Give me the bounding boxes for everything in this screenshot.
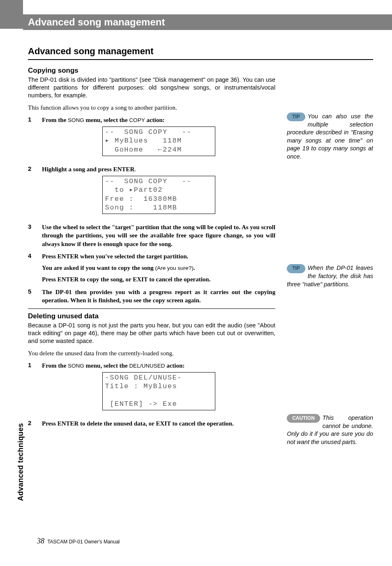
step-text: The DP-01 then provides you with a progr… [42,288,275,305]
h3-deleting: Deleting unused data [28,312,275,320]
lcd-screen-copy-2: -- SONG COPY -- to ▸Part02 Free : 16380M… [102,176,215,214]
h3-copying: Copying songs [28,67,275,75]
copy-step-4: 4 Press ENTER when you've selected the t… [28,252,275,284]
step-number: 2 [28,419,42,428]
lcd-screen-del: -SONG DEL/UNUSE- Title : MyBlues [ENTER]… [102,372,215,410]
step-number: 1 [28,361,42,415]
page-footer: 38 TASCAM DP-01 Owner's Manual [37,537,120,545]
del-lead: You delete the unused data from the curr… [28,349,275,357]
side-column: TIP You can also use the multiple select… [287,67,373,456]
step-text: From the SONG menu, select the COPY acti… [42,116,275,161]
del-step-1: 1 From the SONG menu, select the DEL/UNU… [28,361,275,415]
lcd-screen-copy-1: -- SONG COPY -- ▸ MyBlues 118M GoHome ←2… [102,127,215,156]
del-step-2: 2 Press ENTER to delete the unused data,… [28,419,275,428]
step-text: Press ENTER when you've selected the tar… [42,252,275,284]
tip-note-2: TIP When the DP-01 leaves the factory, t… [287,264,373,288]
caution-note: CAUTION This operation cannot be undone.… [287,414,373,446]
tip-note-1: TIP You can also use the multiple select… [287,113,373,161]
step-number: 4 [28,252,42,284]
copy-intro: The DP-01 disk is divided into "partitio… [28,76,275,99]
copy-step-3: 3 Use the wheel to select the "target" p… [28,223,275,248]
rule [28,308,275,309]
rule [28,59,373,60]
main-column: Copying songs The DP-01 disk is divided … [28,67,275,456]
page-header-title: Advanced song management [23,16,165,28]
copy-step-1: 1 From the SONG menu, select the COPY ac… [28,116,275,161]
section-label-vertical: Advanced techniques [16,423,25,501]
step-text: Use the wheel to select the "target" par… [42,223,275,248]
copy-step-2: 2 Highlight a song and press ENTER. -- S… [28,165,275,219]
tip-badge: TIP [287,113,305,121]
step-text: Highlight a song and press ENTER. -- SON… [42,165,275,219]
header-band: Advanced song management [23,14,392,30]
h2-title: Advanced song management [28,46,373,57]
copy-lead: This function allows you to copy a song … [28,104,275,112]
step-number: 5 [28,288,42,305]
caution-badge: CAUTION [287,414,320,423]
page-number: 38 [37,537,44,545]
footer-text: TASCAM DP-01 Owner's Manual [47,539,120,545]
step-text: Press ENTER to delete the unused data, o… [42,419,275,428]
step-number: 3 [28,223,42,248]
step-text: From the SONG menu, select the DEL/UNUSE… [42,361,275,415]
del-intro: Because a DP-01 song is not just the par… [28,322,275,345]
tip-badge: TIP [287,264,305,273]
step-number: 1 [28,116,42,161]
step-number: 2 [28,165,42,219]
left-margin-bar [0,0,23,29]
copy-step-5: 5 The DP-01 then provides you with a pro… [28,288,275,305]
